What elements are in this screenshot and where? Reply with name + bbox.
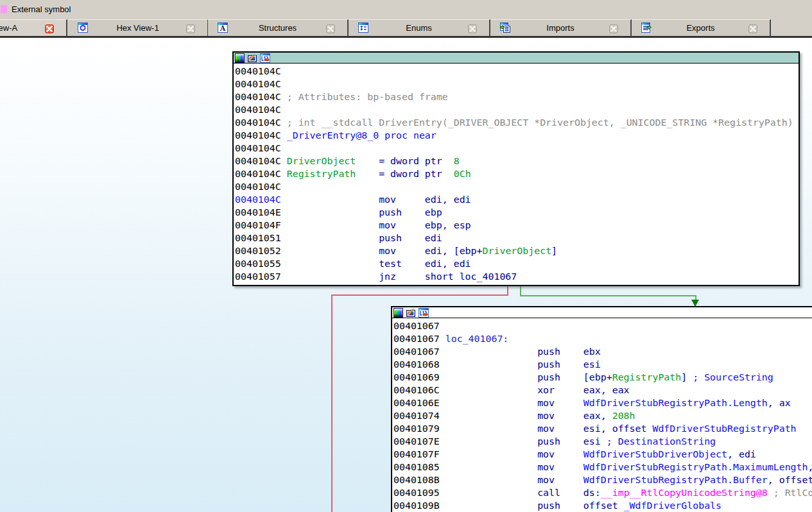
asm-line[interactable]: 00401067 [393, 320, 812, 332]
asm-line[interactable]: 00401079 mov esi, offset WdfDriverStubRe… [393, 422, 812, 435]
asm-line[interactable]: 0040109B push offset _WdfDriverGlobals [393, 499, 812, 512]
asm-line[interactable]: 0040104C [235, 65, 799, 78]
edit-node-icon[interactable] [247, 53, 257, 63]
close-icon[interactable] [468, 24, 477, 33]
asm-line[interactable]: 0040107E push esi ; DestinationString [393, 435, 812, 448]
asm-line[interactable]: 0040106E mov WdfDriverStubRegistryPath.L… [393, 397, 812, 409]
asm-line[interactable]: 0040104E push ebp [235, 206, 799, 219]
tab-imports[interactable]: Imports [490, 19, 632, 36]
asm-line[interactable]: 00401055 test edi, edi [235, 257, 799, 270]
edit-node-icon[interactable] [406, 308, 416, 318]
color-palette-icon[interactable] [235, 53, 245, 63]
close-icon[interactable] [609, 24, 618, 33]
close-icon[interactable] [326, 24, 335, 33]
false-branch-edge [507, 285, 508, 295]
node-title-bar[interactable] [234, 53, 799, 64]
close-red-icon[interactable] [45, 24, 54, 33]
node-body[interactable]: 0040106700401067 loc_401067:00401067 pus… [392, 318, 812, 512]
tab-bar: IDA View-A Hex View-1 [0, 19, 812, 36]
asm-line[interactable]: 0040104C [235, 103, 799, 116]
asm-line[interactable]: 00401068 push esi [393, 358, 812, 371]
asm-line[interactable]: 0040107F mov WdfDriverStubDriverObject, … [393, 448, 812, 461]
color-palette-icon[interactable] [393, 308, 403, 318]
asm-line[interactable]: 0040104C ; Attributes: bp-based frame [235, 90, 799, 103]
tab-ida-view-a[interactable]: IDA View-A [0, 19, 67, 36]
close-icon[interactable] [748, 24, 757, 33]
legend-label: External symbol [12, 5, 71, 14]
tab-enums[interactable]: Enums [349, 19, 490, 36]
legend-bar: External symbol [0, 0, 812, 19]
tab-label: IDA View-A [0, 20, 66, 36]
node-title-bar[interactable] [392, 307, 812, 318]
asm-line[interactable]: 0040108B mov WdfDriverStubRegistryPath.B… [393, 474, 812, 486]
false-branch-edge [331, 294, 333, 512]
asm-line[interactable]: 00401057 jnz short loc_401067 [235, 270, 799, 283]
asm-line[interactable]: 0040104C _DriverEntry@8_0 proc near [235, 129, 799, 142]
asm-line[interactable]: 00401067 loc_401067: [393, 332, 812, 345]
node-body[interactable]: 0040104C0040104C0040104C ; Attributes: b… [234, 64, 799, 283]
asm-line[interactable]: 0040106C xor eax, eax [393, 384, 812, 397]
disassembly-graph[interactable]: 0040104C0040104C0040104C ; Attributes: b… [0, 38, 812, 512]
asm-line[interactable]: 00401085 mov WdfDriverStubRegistryPath.M… [393, 461, 812, 474]
asm-line[interactable]: 0040104F mov ebp, esp [235, 219, 799, 232]
asm-line[interactable]: 0040104C RegistryPath = dword ptr 0Ch [235, 167, 799, 180]
asm-line[interactable]: 0040104C mov edi, edi [235, 193, 799, 206]
asm-line[interactable]: 0040104C [235, 78, 799, 90]
tab-structures[interactable]: A Structures [208, 19, 349, 36]
asm-line[interactable]: 0040104C [235, 142, 799, 155]
close-icon[interactable] [186, 24, 195, 33]
tab-exports[interactable]: Exports [632, 19, 771, 36]
asm-line[interactable]: 0040104C DriverObject = dword ptr 8 [235, 155, 799, 167]
ida-window: External symbol IDA View-A Hex View-1 [0, 0, 812, 512]
tab-hex-view-1[interactable]: Hex View-1 [68, 19, 209, 36]
graph-node-driverentry[interactable]: 0040104C0040104C0040104C ; Attributes: b… [232, 51, 800, 286]
false-branch-edge [331, 294, 508, 296]
asm-line[interactable]: 0040104C [235, 180, 799, 193]
asm-line[interactable]: 00401052 mov edi, [ebp+DriverObject] [235, 244, 799, 257]
true-branch-edge [520, 285, 521, 296]
asm-line[interactable]: 0040104C ; int __stdcall DriverEntry(_DR… [235, 116, 799, 129]
asm-line[interactable]: 00401051 push edi [235, 232, 799, 244]
asm-line[interactable]: 00401067 push ebx [393, 345, 812, 358]
true-branch-edge [520, 295, 696, 296]
asm-line[interactable]: 00401095 call ds:__imp__RtlCopyUnicodeSt… [393, 486, 812, 499]
asm-line[interactable]: 00401074 mov eax, 208h [393, 409, 812, 422]
graph-node-loc-401067[interactable]: 0040106700401067 loc_401067:00401067 pus… [391, 306, 812, 512]
asm-line[interactable]: 00401069 push [ebp+RegistryPath] ; Sourc… [393, 371, 812, 384]
external-symbol-swatch [1, 5, 7, 13]
group-node-icon[interactable] [260, 53, 270, 63]
group-node-icon[interactable] [419, 308, 429, 318]
